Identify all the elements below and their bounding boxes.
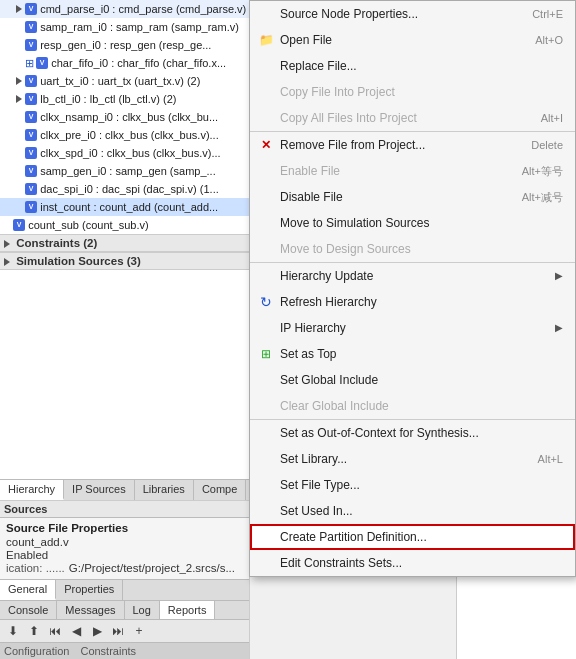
- menu-set-library[interactable]: Set Library... Alt+L: [250, 446, 575, 472]
- menu-set-out-of-context[interactable]: Set as Out-of-Context for Synthesis...: [250, 419, 575, 446]
- expand-icon-lb-ctl: [16, 95, 22, 103]
- menu-ip-hierarchy[interactable]: IP Hierarchy ▶: [250, 315, 575, 341]
- toolbar-btn-add[interactable]: +: [130, 622, 148, 640]
- menu-label-open-file: Open File: [280, 31, 332, 49]
- constraints-expand: [4, 240, 10, 248]
- prop-filename-value: count_add.v: [6, 536, 69, 548]
- tab-reports[interactable]: Reports: [160, 601, 216, 619]
- verilog-icon-7: V: [25, 111, 37, 123]
- tree-item-resp-gen[interactable]: V resp_gen_i0 : resp_gen (resp_ge...: [0, 36, 249, 54]
- simulation-expand: [4, 258, 10, 266]
- menu-refresh-hierarchy[interactable]: ↻ Refresh Hierarchy: [250, 289, 575, 315]
- arrow-icon-hierarchy: ▶: [555, 267, 563, 285]
- toolbar-btn-2[interactable]: ⬆: [25, 622, 43, 640]
- menu-label-clear-global-include: Clear Global Include: [280, 397, 389, 415]
- prop-status-row: Enabled: [6, 549, 243, 561]
- tab-ip-sources[interactable]: IP Sources: [64, 480, 135, 500]
- grid-icon: ⊞: [258, 346, 274, 362]
- tree-item-uart-tx[interactable]: V uart_tx_i0 : uart_tx (uart_tx.v) (2): [0, 72, 249, 90]
- tree-item-clkx-nsamp[interactable]: V clkx_nsamp_i0 : clkx_bus (clkx_bu...: [0, 108, 249, 126]
- expand-icon-cmd-parse: [16, 5, 22, 13]
- menu-label-refresh-hierarchy: Refresh Hierarchy: [280, 293, 377, 311]
- menu-shortcut-disable: Alt+减号: [502, 188, 563, 206]
- verilog-icon-12: V: [25, 201, 37, 213]
- simulation-section[interactable]: Simulation Sources (3): [0, 252, 249, 270]
- verilog-icon-2: V: [25, 21, 37, 33]
- tree-item-samp-gen[interactable]: V samp_gen_i0 : samp_gen (samp_...: [0, 162, 249, 180]
- menu-label-set-as-top: Set as Top: [280, 345, 336, 363]
- tab-libraries[interactable]: Libraries: [135, 480, 194, 500]
- sub-tab-configuration[interactable]: Configuration: [4, 645, 69, 657]
- menu-label-source-node-props: Source Node Properties...: [280, 5, 418, 23]
- tree-item-lb-ctl[interactable]: V lb_ctl_i0 : lb_ctl (lb_ctl.v) (2): [0, 90, 249, 108]
- menu-hierarchy-update[interactable]: Hierarchy Update ▶: [250, 262, 575, 289]
- tab-log[interactable]: Log: [125, 601, 160, 619]
- link-icon: ⊞: [25, 55, 34, 71]
- bottom-tabs-row: Console Messages Log Reports: [0, 600, 249, 619]
- toolbar-btn-next-last[interactable]: ⏭: [109, 622, 127, 640]
- verilog-icon-3: V: [25, 39, 37, 51]
- tab-messages[interactable]: Messages: [57, 601, 124, 619]
- menu-label-disable-file: Disable File: [280, 188, 343, 206]
- tab-properties[interactable]: Properties: [56, 580, 123, 600]
- prop-location-row: ication: ...... G:/Project/test/project_…: [6, 562, 243, 574]
- tab-general[interactable]: General: [0, 580, 56, 600]
- menu-replace-file[interactable]: Replace File...: [250, 53, 575, 79]
- verilog-icon-13: V: [13, 219, 25, 231]
- properties-area: Source File Properties count_add.v Enabl…: [0, 517, 249, 579]
- tree-label-uart-tx: uart_tx_i0 : uart_tx (uart_tx.v) (2): [40, 73, 200, 89]
- menu-disable-file[interactable]: Disable File Alt+减号: [250, 184, 575, 210]
- tree-item-clkx-pre[interactable]: V clkx_pre_i0 : clkx_bus (clkx_bus.v)...: [0, 126, 249, 144]
- menu-shortcut-remove-file: Delete: [511, 136, 563, 154]
- tree-label-lb-ctl: lb_ctl_i0 : lb_ctl (lb_ctl.v) (2): [40, 91, 176, 107]
- refresh-icon: ↻: [258, 294, 274, 310]
- x-icon: ✕: [258, 137, 274, 153]
- tree-label-dac-spi: dac_spi_i0 : dac_spi (dac_spi.v) (1...: [40, 181, 219, 197]
- menu-set-as-top[interactable]: ⊞ Set as Top: [250, 341, 575, 367]
- tab-console[interactable]: Console: [0, 601, 57, 619]
- verilog-icon-6: V: [25, 93, 37, 105]
- prop-location-label: ication: ......: [6, 562, 65, 574]
- tree-item-clkx-spd[interactable]: V clkx_spd_i0 : clkx_bus (clkx_bus.v)...: [0, 144, 249, 162]
- tree-item-count-sub[interactable]: V count_sub (count_sub.v): [0, 216, 249, 234]
- tab-hierarchy[interactable]: Hierarchy: [0, 480, 64, 500]
- tree-item-inst-count[interactable]: V inst_count : count_add (count_add...: [0, 198, 249, 216]
- menu-source-node-props[interactable]: Source Node Properties... Ctrl+E: [250, 1, 575, 27]
- sources-header: Sources: [0, 500, 249, 517]
- menu-set-global-include[interactable]: Set Global Include: [250, 367, 575, 393]
- menu-shortcut-copy-all: Alt+I: [521, 109, 563, 127]
- tree-item-char-fifo[interactable]: ⊞ V char_fifo_i0 : char_fifo (char_fifo.…: [0, 54, 249, 72]
- menu-create-partition[interactable]: Create Partition Definition...: [250, 524, 575, 550]
- toolbar-btn-next[interactable]: ▶: [88, 622, 106, 640]
- tree-label-samp-gen: samp_gen_i0 : samp_gen (samp_...: [40, 163, 216, 179]
- sub-tab-constraints[interactable]: Constraints: [80, 645, 136, 657]
- menu-shortcut-open-file: Alt+O: [515, 31, 563, 49]
- verilog-icon-4: V: [36, 57, 48, 69]
- menu-label-edit-constraints: Edit Constraints Sets...: [280, 554, 402, 572]
- tree-item-samp-ram[interactable]: V samp_ram_i0 : samp_ram (samp_ram.v): [0, 18, 249, 36]
- simulation-label: Simulation Sources (3): [16, 255, 141, 267]
- menu-label-create-partition: Create Partition Definition...: [280, 528, 427, 546]
- menu-label-hierarchy-update: Hierarchy Update: [280, 267, 373, 285]
- menu-set-file-type[interactable]: Set File Type...: [250, 472, 575, 498]
- tree-item-cmd-parse[interactable]: V cmd_parse_i0 : cmd_parse (cmd_parse.v): [0, 0, 249, 18]
- menu-open-file[interactable]: 📁 Open File Alt+O: [250, 27, 575, 53]
- tab-compe[interactable]: Compe: [194, 480, 246, 500]
- toolbar-btn-prev-first[interactable]: ⏮: [46, 622, 64, 640]
- sources-label: Sources: [4, 503, 47, 515]
- menu-label-set-out-of-context: Set as Out-of-Context for Synthesis...: [280, 424, 479, 442]
- menu-edit-constraints[interactable]: Edit Constraints Sets...: [250, 550, 575, 576]
- tree-item-dac-spi[interactable]: V dac_spi_i0 : dac_spi (dac_spi.v) (1...: [0, 180, 249, 198]
- properties-tabs-row: General Properties: [0, 579, 249, 600]
- menu-label-move-to-sim: Move to Simulation Sources: [280, 214, 429, 232]
- toolbar-btn-1[interactable]: ⬇: [4, 622, 22, 640]
- menu-enable-file: Enable File Alt+等号: [250, 158, 575, 184]
- tree-label-inst-count: inst_count : count_add (count_add...: [40, 199, 218, 215]
- arrow-icon-ip: ▶: [555, 319, 563, 337]
- constraints-section[interactable]: Constraints (2): [0, 234, 249, 252]
- menu-move-to-sim[interactable]: Move to Simulation Sources: [250, 210, 575, 236]
- toolbar-btn-prev[interactable]: ◀: [67, 622, 85, 640]
- menu-remove-file[interactable]: ✕ Remove File from Project... Delete: [250, 131, 575, 158]
- menu-set-used-in[interactable]: Set Used In...: [250, 498, 575, 524]
- constraints-label: Constraints (2): [16, 237, 97, 249]
